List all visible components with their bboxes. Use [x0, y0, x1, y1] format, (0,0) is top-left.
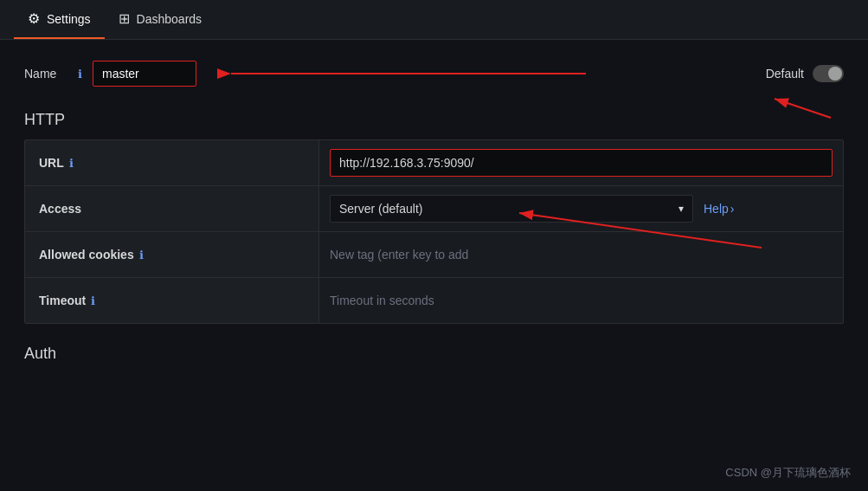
name-info-icon[interactable]: ℹ — [78, 68, 82, 81]
url-input-wrapper — [330, 149, 833, 177]
timeout-value-cell — [319, 278, 843, 323]
timeout-label-cell: Timeout ℹ — [25, 278, 319, 323]
name-row: Name ℹ Default — [24, 61, 844, 87]
form-row-timeout: Timeout ℹ — [25, 278, 843, 323]
url-label: URL — [39, 156, 64, 170]
allowed-cookies-input[interactable] — [330, 248, 833, 262]
form-row-access: Access Server (default) ▾ Help › — [25, 186, 843, 232]
tab-settings-label: Settings — [47, 12, 91, 26]
default-area: Default — [766, 65, 844, 82]
tab-dashboards[interactable]: ⊞ Dashboards — [105, 0, 216, 39]
toggle-knob — [828, 67, 842, 81]
access-label-cell: Access — [25, 186, 319, 231]
settings-icon: ⚙ — [28, 10, 40, 27]
help-label: Help — [704, 202, 729, 216]
allowed-cookies-label: Allowed cookies — [39, 248, 134, 262]
name-input[interactable] — [93, 61, 196, 87]
auth-heading: Auth — [24, 345, 844, 363]
access-dropdown[interactable]: Server (default) ▾ — [330, 195, 693, 223]
url-label-cell: URL ℹ — [25, 140, 319, 185]
help-arrow-icon: › — [730, 202, 735, 216]
timeout-info-icon[interactable]: ℹ — [91, 294, 95, 307]
url-info-icon[interactable]: ℹ — [69, 157, 74, 170]
access-label: Access — [39, 202, 81, 216]
http-section: HTTP URL ℹ — [24, 111, 844, 324]
main-content: Name ℹ Default HTTP — [0, 40, 868, 384]
chevron-down-icon: ▾ — [678, 203, 684, 215]
access-value: Server (default) — [339, 202, 422, 216]
form-row-allowed-cookies: Allowed cookies ℹ — [25, 232, 843, 278]
watermark: CSDN @月下琉璃色酒杯 — [725, 465, 851, 481]
http-heading: HTTP — [24, 111, 844, 129]
timeout-input[interactable] — [330, 294, 833, 307]
default-toggle[interactable] — [813, 65, 844, 82]
default-label: Default — [766, 67, 804, 81]
access-value-cell: Server (default) ▾ Help › — [319, 186, 843, 231]
tab-settings[interactable]: ⚙ Settings — [14, 0, 105, 39]
help-link[interactable]: Help › — [704, 202, 734, 216]
top-nav: ⚙ Settings ⊞ Dashboards — [0, 0, 868, 40]
allowed-cookies-info-icon[interactable]: ℹ — [139, 249, 144, 262]
allowed-cookies-value-cell — [319, 232, 843, 277]
timeout-label: Timeout — [39, 294, 86, 307]
url-input[interactable] — [330, 149, 833, 177]
form-table: URL ℹ Access — [24, 139, 844, 324]
allowed-cookies-label-cell: Allowed cookies ℹ — [25, 232, 319, 277]
form-row-url: URL ℹ — [25, 140, 843, 186]
arrow-annotation-name — [214, 61, 749, 87]
dashboards-icon: ⊞ — [119, 10, 130, 27]
tab-dashboards-label: Dashboards — [137, 12, 203, 26]
url-value-cell — [319, 140, 843, 185]
name-label: Name — [24, 67, 68, 81]
